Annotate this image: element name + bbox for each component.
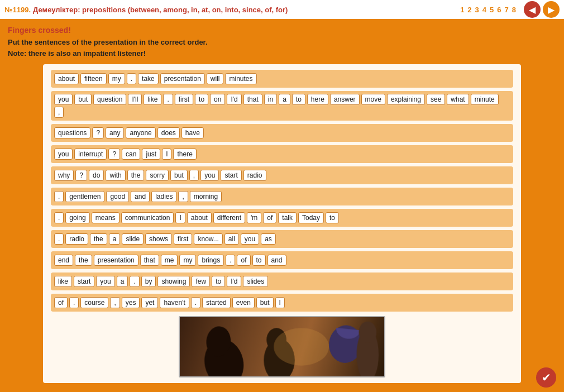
word-tile[interactable]: a xyxy=(279,94,290,105)
word-tile[interactable]: morning xyxy=(190,191,222,202)
word-tile[interactable]: ? xyxy=(108,149,120,160)
word-tile[interactable]: yet xyxy=(141,297,158,308)
word-tile[interactable]: a xyxy=(117,276,128,287)
word-tile[interactable]: to xyxy=(292,94,305,105)
word-tile[interactable]: my xyxy=(179,255,196,266)
word-tile[interactable]: presentation xyxy=(160,73,205,84)
word-tile[interactable]: does xyxy=(157,127,180,138)
word-tile[interactable]: with xyxy=(106,170,125,181)
word-tile[interactable]: brings xyxy=(198,255,224,266)
word-tile[interactable]: can xyxy=(122,149,140,160)
word-tile[interactable]: to xyxy=(195,94,208,105)
word-tile[interactable]: few xyxy=(192,276,210,287)
word-tile[interactable]: . xyxy=(127,73,136,84)
word-tile[interactable]: talk xyxy=(278,212,297,223)
word-tile[interactable]: I xyxy=(162,149,171,160)
word-tile[interactable]: about xyxy=(54,73,79,84)
word-tile[interactable]: why xyxy=(54,170,74,181)
page-num-7[interactable]: 7 xyxy=(505,6,509,14)
word-tile[interactable]: sorry xyxy=(146,170,169,181)
word-tile[interactable]: first xyxy=(174,233,192,245)
word-tile[interactable]: me xyxy=(161,255,178,266)
word-tile[interactable]: means xyxy=(92,212,120,223)
word-tile[interactable]: . xyxy=(226,255,235,266)
word-tile[interactable]: going xyxy=(65,212,89,223)
word-tile[interactable]: radio xyxy=(65,233,88,245)
word-tile[interactable]: that xyxy=(140,255,159,266)
word-tile[interactable]: Today xyxy=(298,212,324,223)
word-tile[interactable]: I xyxy=(175,212,185,223)
word-tile[interactable]: . xyxy=(130,276,139,287)
word-tile[interactable]: ? xyxy=(75,170,87,181)
word-tile[interactable]: the xyxy=(75,255,92,266)
word-tile[interactable]: slides xyxy=(243,276,268,287)
word-tile[interactable]: of xyxy=(263,212,276,223)
word-tile[interactable]: , xyxy=(178,191,188,202)
word-tile[interactable]: do xyxy=(89,170,104,181)
word-tile[interactable]: what xyxy=(447,94,469,105)
word-tile[interactable]: questions xyxy=(54,127,90,138)
word-tile[interactable]: haven't xyxy=(160,297,189,308)
word-tile[interactable]: see xyxy=(427,94,445,105)
word-tile[interactable]: I'd xyxy=(227,276,241,287)
word-tile[interactable]: slide xyxy=(122,233,144,245)
word-tile[interactable]: to xyxy=(212,276,225,287)
word-tile[interactable]: 'm xyxy=(247,212,261,223)
word-tile[interactable]: all xyxy=(224,233,239,245)
word-tile[interactable]: the xyxy=(90,233,107,245)
word-tile[interactable]: start xyxy=(74,276,94,287)
word-tile[interactable]: have xyxy=(181,127,204,138)
word-tile[interactable]: in xyxy=(264,94,277,105)
page-num-8[interactable]: 8 xyxy=(512,6,516,14)
word-tile[interactable]: presentation xyxy=(94,255,138,266)
forward-button[interactable]: ▶ xyxy=(543,1,560,18)
page-num-1[interactable]: 1 xyxy=(460,6,464,14)
check-button[interactable]: ✔ xyxy=(536,367,556,388)
word-tile[interactable]: will xyxy=(207,73,224,84)
word-tile[interactable]: to xyxy=(252,255,266,266)
word-tile[interactable]: . xyxy=(163,94,173,105)
back-button[interactable]: ◀ xyxy=(524,1,541,18)
word-tile[interactable]: gentlemen xyxy=(65,191,104,202)
word-tile[interactable]: ladies xyxy=(151,191,176,202)
word-tile[interactable]: but xyxy=(74,94,92,105)
page-num-3[interactable]: 3 xyxy=(475,6,479,14)
word-tile[interactable]: that xyxy=(243,94,262,105)
page-num-2[interactable]: 2 xyxy=(467,6,471,14)
word-tile[interactable]: and xyxy=(131,191,150,202)
word-tile[interactable]: I xyxy=(275,297,285,308)
word-tile[interactable]: different xyxy=(213,212,245,223)
word-tile[interactable]: you xyxy=(54,94,73,105)
word-tile[interactable]: here xyxy=(307,94,328,105)
word-tile[interactable]: any xyxy=(106,127,124,138)
word-tile[interactable]: minute xyxy=(471,94,499,105)
word-tile[interactable]: minutes xyxy=(225,73,256,84)
word-tile[interactable]: but xyxy=(170,170,188,181)
word-tile[interactable]: even xyxy=(232,297,255,308)
word-tile[interactable]: I'd xyxy=(227,94,241,105)
word-tile[interactable]: to xyxy=(326,212,339,223)
page-num-4[interactable]: 4 xyxy=(482,6,486,14)
word-tile[interactable]: on xyxy=(210,94,225,105)
word-tile[interactable]: you xyxy=(200,170,219,181)
word-tile[interactable]: radio xyxy=(243,170,266,181)
word-tile[interactable]: course xyxy=(80,297,108,308)
word-tile[interactable]: . xyxy=(54,233,64,245)
word-tile[interactable]: of xyxy=(54,297,68,308)
word-tile[interactable]: know... xyxy=(194,233,222,245)
word-tile[interactable]: anyone xyxy=(126,127,155,138)
word-tile[interactable]: by xyxy=(141,276,156,287)
word-tile[interactable]: first xyxy=(175,94,193,105)
word-tile[interactable]: , xyxy=(110,297,120,308)
word-tile[interactable]: explaining xyxy=(387,94,425,105)
word-tile[interactable]: a xyxy=(109,233,121,245)
word-tile[interactable]: just xyxy=(142,149,160,160)
word-tile[interactable]: communication xyxy=(121,212,174,223)
word-tile[interactable]: you xyxy=(96,276,114,287)
word-tile[interactable]: like xyxy=(54,276,72,287)
word-tile[interactable]: you xyxy=(54,149,73,160)
word-tile[interactable]: , xyxy=(189,170,199,181)
word-tile[interactable]: but xyxy=(256,297,274,308)
word-tile[interactable]: move xyxy=(361,94,385,105)
word-tile[interactable]: . xyxy=(69,297,79,308)
